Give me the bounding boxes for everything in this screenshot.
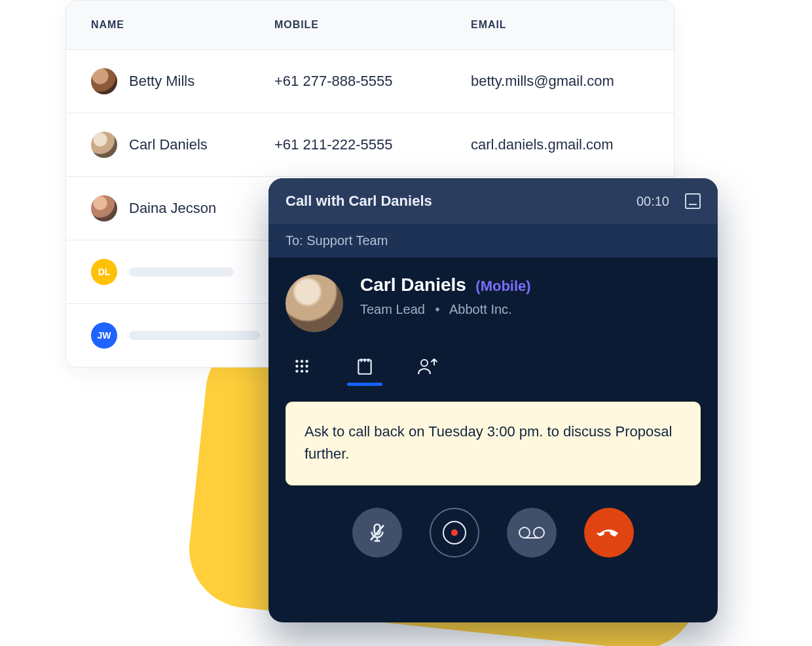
avatar bbox=[91, 132, 117, 158]
voicemail-button[interactable] bbox=[507, 508, 557, 558]
tab-transfer[interactable] bbox=[411, 348, 444, 385]
contact-email: carl.daniels.gmail.com bbox=[471, 136, 649, 153]
svg-point-6 bbox=[295, 370, 298, 372]
svg-point-1 bbox=[301, 360, 303, 362]
voicemail-icon bbox=[517, 525, 547, 541]
avatar bbox=[91, 68, 117, 94]
call-controls bbox=[268, 485, 718, 576]
contact-name: Daina Jecson bbox=[129, 200, 216, 217]
contact-mobile: +61 277-888-5555 bbox=[274, 73, 471, 90]
tab-notes[interactable] bbox=[348, 348, 381, 385]
call-to-label: To: Support Team bbox=[268, 224, 718, 257]
avatar bbox=[91, 195, 117, 221]
mute-button[interactable] bbox=[352, 508, 402, 558]
svg-point-13 bbox=[421, 360, 428, 366]
caller-name: Carl Daniels bbox=[360, 275, 466, 295]
end-call-button[interactable] bbox=[584, 508, 634, 558]
placeholder-bar bbox=[129, 331, 260, 340]
svg-point-3 bbox=[295, 365, 298, 368]
caller-subtitle: Team Lead • Abbott Inc. bbox=[360, 302, 531, 317]
call-timer: 00:10 bbox=[637, 194, 669, 209]
record-button[interactable] bbox=[430, 508, 479, 558]
svg-point-0 bbox=[295, 360, 298, 362]
call-title: Call with Carl Daniels bbox=[286, 193, 432, 210]
call-header: Call with Carl Daniels 00:10 bbox=[268, 178, 718, 224]
svg-point-21 bbox=[534, 527, 544, 538]
svg-point-2 bbox=[305, 360, 308, 362]
record-icon bbox=[441, 519, 468, 546]
table-row[interactable]: Betty Mills +61 277-888-5555 betty.mills… bbox=[66, 50, 674, 113]
call-panel: Call with Carl Daniels 00:10 To: Support… bbox=[268, 178, 718, 622]
table-row[interactable]: Carl Daniels +61 211-222-5555 carl.danie… bbox=[66, 113, 674, 177]
table-header-row: NAME MOBILE EMAIL bbox=[66, 1, 674, 50]
contact-name: Carl Daniels bbox=[129, 136, 208, 153]
svg-point-8 bbox=[305, 370, 308, 372]
avatar-initials: DL bbox=[91, 259, 117, 285]
caller-role: Team Lead bbox=[360, 302, 425, 316]
column-header-name: NAME bbox=[91, 19, 274, 31]
caller-phone-type: (Mobile) bbox=[475, 278, 530, 294]
svg-point-20 bbox=[519, 527, 530, 538]
mute-icon bbox=[366, 522, 388, 544]
contact-email: betty.mills@gmail.com bbox=[471, 73, 649, 90]
end-call-icon bbox=[596, 520, 622, 546]
placeholder-bar bbox=[129, 267, 234, 276]
dialpad-icon bbox=[293, 358, 310, 375]
caller-block: Carl Daniels (Mobile) Team Lead • Abbott… bbox=[268, 257, 718, 339]
user-transfer-icon bbox=[416, 357, 439, 375]
notes-icon bbox=[356, 356, 373, 376]
separator-dot: • bbox=[435, 302, 440, 316]
call-tabs bbox=[268, 339, 718, 385]
svg-point-4 bbox=[301, 365, 303, 368]
caller-avatar bbox=[286, 275, 343, 332]
svg-point-19 bbox=[451, 529, 458, 536]
svg-point-7 bbox=[301, 370, 303, 372]
contact-mobile: +61 211-222-5555 bbox=[274, 136, 471, 153]
column-header-email: EMAIL bbox=[471, 19, 649, 31]
tab-dialpad[interactable] bbox=[286, 348, 318, 385]
caller-company: Abbott Inc. bbox=[449, 302, 512, 316]
column-header-mobile: MOBILE bbox=[274, 19, 471, 31]
avatar-initials: JW bbox=[91, 322, 117, 349]
call-timer-area: 00:10 bbox=[637, 193, 701, 209]
svg-point-5 bbox=[305, 365, 308, 368]
call-note[interactable]: Ask to call back on Tuesday 3:00 pm. to … bbox=[286, 402, 701, 485]
contact-name: Betty Mills bbox=[129, 73, 194, 90]
minimize-button[interactable] bbox=[685, 193, 701, 209]
